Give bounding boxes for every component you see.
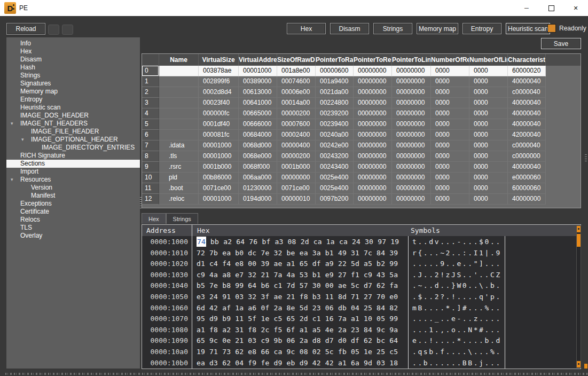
- cell-virtualaddress[interactable]: 00641000: [239, 98, 277, 108]
- cell-numberoflinenumbers[interactable]: 0000: [469, 162, 508, 173]
- cell-numberoflinenumbers[interactable]: 0000: [469, 140, 508, 151]
- section-row-2[interactable]: 20002d8d40061300000006e000021da000000000…: [142, 87, 581, 98]
- cell-name[interactable]: .rsrc: [159, 162, 199, 173]
- hex-row-0000-1030[interactable]: 0000:1030c9 4a a8 e7 32 21 7a 4a 53 b1 e…: [142, 270, 581, 281]
- sidebar-item-tls[interactable]: TLS: [6, 224, 140, 232]
- cell-virtualaddress[interactable]: 00389000: [239, 76, 277, 87]
- entropy-button[interactable]: Entropy: [462, 23, 501, 34]
- hex-bytes[interactable]: 65 9c 0e 21 03 c9 9b 06 2a d8 d7 d0 df 6…: [197, 335, 398, 347]
- cell-name[interactable]: pld: [159, 173, 199, 183]
- hex-bytes[interactable]: 72 7b ea b0 dc 7e 32 be ea 3a b1 49 31 7…: [197, 248, 398, 259]
- cell-virtualsize[interactable]: 002899f6: [199, 76, 239, 87]
- tab-strings[interactable]: Strings: [166, 213, 198, 224]
- memory-map-button[interactable]: Memory map: [417, 23, 458, 34]
- hex-row-0000-10a0[interactable]: 0000:10a019 71 73 62 e8 66 ca 9c 08 02 5…: [142, 347, 581, 358]
- section-row-8[interactable]: 8.tls000010000068e0000000020000243200000…: [142, 151, 581, 162]
- cell-numberofrelocations[interactable]: 0000: [431, 76, 469, 87]
- cell-pointertolinenumbers[interactable]: 00000000: [392, 162, 431, 173]
- row-index[interactable]: 11: [142, 183, 159, 194]
- forward-button[interactable]: [62, 25, 73, 35]
- tab-hex[interactable]: Hex: [142, 213, 166, 224]
- cell-pointertorawdata[interactable]: 00224800: [316, 98, 354, 108]
- column-header-virtualaddress[interactable]: VirtualAddress: [239, 54, 277, 66]
- cell-virtualsize[interactable]: 0001df40: [199, 119, 239, 130]
- cell-virtualaddress[interactable]: 0194d000: [239, 194, 277, 205]
- cell-pointertorelocations[interactable]: 00000000: [354, 76, 392, 87]
- cell-sizeofrawdata[interactable]: 00000200: [277, 151, 316, 162]
- sidebar-item-image-nt-headers[interactable]: ▾IMAGE_NT_HEADERS: [6, 120, 140, 128]
- cell-sizeofrawdata[interactable]: 00000400: [277, 140, 316, 151]
- sidebar-item-exceptions[interactable]: Exceptions: [6, 200, 140, 208]
- cell-characteristics[interactable]: 40000040: [508, 162, 546, 173]
- sidebar-item-hex[interactable]: Hex: [6, 48, 140, 56]
- hex-bytes[interactable]: 74 bb a2 64 76 bf a3 08 2d ca 1a ca 24 3…: [197, 237, 399, 248]
- row-index[interactable]: 8: [142, 151, 159, 162]
- scroll-up-icon[interactable]: [577, 226, 581, 232]
- hex-row-0000-1070[interactable]: 0000:107095 d9 b9 11 5f 1e c5 65 2d c1 1…: [142, 314, 581, 325]
- sidebar-item-signatures[interactable]: Signatures: [6, 80, 140, 88]
- cell-pointertorelocations[interactable]: 00000000: [354, 98, 392, 108]
- cell-numberoflinenumbers[interactable]: 0000: [469, 66, 508, 76]
- cell-characteristics[interactable]: 60000060: [508, 183, 546, 194]
- cell-numberoflinenumbers[interactable]: 0000: [469, 130, 508, 140]
- cell-pointertorawdata[interactable]: 00239400: [316, 119, 354, 130]
- cell-pointertolinenumbers[interactable]: 00000000: [392, 183, 431, 194]
- cell-pointertolinenumbers[interactable]: 00000000: [392, 119, 431, 130]
- row-index[interactable]: 2: [142, 87, 159, 98]
- hex-bytes[interactable]: b5 7e b8 99 64 b6 c1 7d 57 30 00 ae 5c d…: [197, 280, 398, 292]
- hex-bytes[interactable]: ea d3 62 04 f9 fe d9 eb d9 42 42 a1 6a 9…: [197, 358, 398, 369]
- cell-sizeofrawdata[interactable]: 001a8e00: [277, 66, 316, 76]
- sidebar-item-rich-signature[interactable]: RICH Signature: [6, 152, 140, 160]
- section-row-3[interactable]: 300023f400064100000014a00002248000000000…: [142, 98, 581, 108]
- cell-name[interactable]: [159, 130, 199, 140]
- cell-pointertolinenumbers[interactable]: 00000000: [392, 87, 431, 98]
- cell-pointertolinenumbers[interactable]: 00000000: [392, 140, 431, 151]
- cell-numberoflinenumbers[interactable]: 0000: [469, 194, 508, 205]
- cell-virtualsize[interactable]: 0002d8d4: [199, 87, 239, 98]
- section-row-1[interactable]: 1002899f60038900000074600001a94000000000…: [142, 76, 581, 87]
- heuristic-scan-button[interactable]: Heuristic scan: [506, 23, 550, 34]
- cell-pointertorelocations[interactable]: 00000000: [354, 173, 392, 183]
- cell-name[interactable]: .reloc: [159, 194, 199, 205]
- sidebar-item-sections[interactable]: Sections: [6, 160, 140, 168]
- disasm-button[interactable]: Disasm: [330, 23, 369, 34]
- cell-pointertorawdata[interactable]: 00242e00: [316, 140, 354, 151]
- expand-arrow-icon[interactable]: ▾: [11, 120, 13, 128]
- hex-bytes[interactable]: d1 c4 f4 e8 00 39 ae a1 65 df a9 22 5d a…: [197, 258, 398, 270]
- column-header-pointertorawdata[interactable]: PointerToRawData: [316, 54, 354, 66]
- sidebar-item-manifest[interactable]: Manifest: [6, 192, 140, 200]
- cell-name[interactable]: [159, 66, 199, 76]
- row-index[interactable]: 1: [142, 76, 159, 87]
- row-index[interactable]: 4: [142, 108, 159, 119]
- cell-virtualaddress[interactable]: 01230000: [239, 183, 277, 194]
- row-index[interactable]: 0: [142, 66, 159, 76]
- cell-characteristics[interactable]: 40000040: [508, 76, 546, 87]
- cell-name[interactable]: [159, 76, 199, 87]
- cell-pointertorawdata[interactable]: 00239200: [316, 108, 354, 119]
- hex-row-0000-1000[interactable]: 0000:100074 bb a2 64 76 bf a3 08 2d ca 1…: [142, 237, 581, 248]
- cell-numberofrelocations[interactable]: 0000: [431, 98, 469, 108]
- maximize-button[interactable]: [539, 0, 563, 16]
- cell-virtualsize[interactable]: 00001000: [199, 151, 239, 162]
- cell-numberofrelocations[interactable]: 0000: [431, 130, 469, 140]
- cell-virtualaddress[interactable]: 00001000: [239, 66, 277, 76]
- column-header-pointertolinenumbers[interactable]: PointerToLinenumbers: [392, 54, 431, 66]
- column-header-numberofrelocations[interactable]: NumberOfRelocations: [431, 54, 469, 66]
- cell-numberoflinenumbers[interactable]: 0000: [469, 98, 508, 108]
- column-header-pointertorelocations[interactable]: PointerToRelocations: [354, 54, 392, 66]
- cell-numberoflinenumbers[interactable]: 0000: [469, 108, 508, 119]
- section-row-7[interactable]: 7.idata000010000068d0000000040000242e000…: [142, 140, 581, 151]
- sidebar-item-heuristic-scan[interactable]: Heuristic scan: [6, 104, 140, 112]
- cell-sizeofrawdata[interactable]: 00007600: [277, 119, 316, 130]
- column-header-sizeofrawdata[interactable]: SizeOfRawData: [277, 54, 316, 66]
- cell-virtualsize[interactable]: 00001000: [199, 140, 239, 151]
- sidebar-item-version[interactable]: Version: [6, 184, 140, 192]
- hex-row-0000-1060[interactable]: 0000:10606d 42 af 1a a6 0f 2a 8e 5d 23 0…: [142, 303, 581, 314]
- readonly-checkbox[interactable]: [547, 24, 556, 33]
- sidebar-item-image-file-header[interactable]: IMAGE_FILE_HEADER: [6, 128, 140, 136]
- sidebar-item-overlay[interactable]: Overlay: [6, 232, 140, 240]
- close-button[interactable]: ✕: [563, 0, 588, 16]
- cell-virtualaddress[interactable]: 0068e000: [239, 151, 277, 162]
- cell-pointertorelocations[interactable]: 00000000: [354, 140, 392, 151]
- cell-pointertolinenumbers[interactable]: 00000000: [392, 108, 431, 119]
